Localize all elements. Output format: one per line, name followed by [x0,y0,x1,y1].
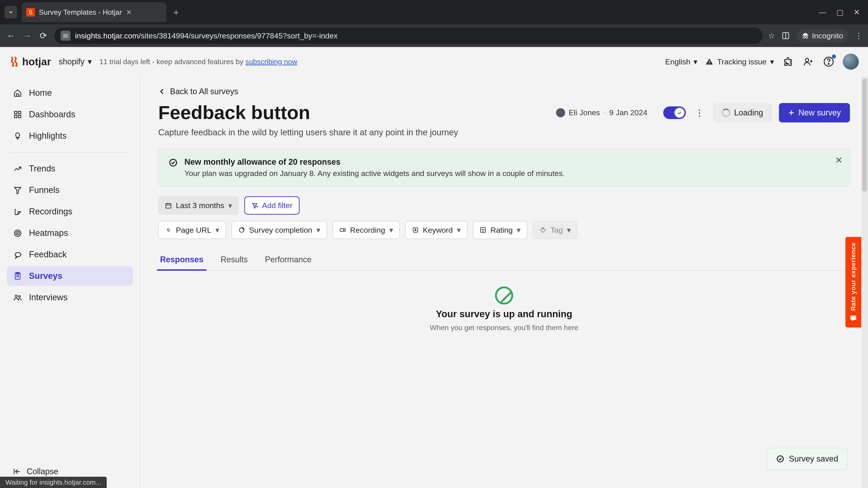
notification-dot-icon [832,55,836,59]
tabs-search-button[interactable] [4,6,17,19]
url-text: insights.hotjar.com/sites/3814994/survey… [75,31,338,40]
svg-point-4 [803,36,805,38]
chevron-down-icon: ▾ [457,225,461,234]
calendar-icon [165,202,172,209]
integrations-icon[interactable] [782,55,794,68]
sidebar-item-home[interactable]: Home [7,83,133,103]
scrollbar-thumb[interactable] [862,78,867,192]
chevron-down-icon [8,9,14,15]
collapse-icon [13,467,21,476]
sidebar-item-surveys[interactable]: Surveys [7,266,133,286]
more-options-icon[interactable]: ⋮ [692,107,706,118]
new-tab-button[interactable]: ＋ [172,6,180,18]
main-content: Back to All surveys Feedback button Eli … [140,76,868,488]
chip-label: Recording [350,226,385,234]
interviews-icon [13,293,23,302]
nav-reload-icon[interactable]: ⟳ [38,31,49,41]
invite-user-icon[interactable] [802,55,815,68]
svg-point-9 [805,58,809,62]
tracking-issue-dropdown[interactable]: Tracking issue ▾ [705,57,774,66]
back-to-all-link[interactable]: Back to All surveys [158,87,850,96]
sidebar-item-highlights[interactable]: Highlights [7,126,133,146]
url-input[interactable]: insights.hotjar.com/sites/3814994/survey… [54,28,763,44]
maximize-icon[interactable]: ▢ [836,8,844,17]
date-range-filter[interactable]: Last 3 months ▾ [158,196,239,215]
tag-icon [539,227,546,233]
svg-rect-14 [17,94,19,96]
scrollbar[interactable] [861,76,868,488]
check-circle-icon [776,455,784,463]
bookmark-star-icon[interactable]: ☆ [768,31,775,40]
browser-tab[interactable]: Survey Templates - Hotjar ✕ [22,2,166,22]
close-tab-icon[interactable]: ✕ [126,8,132,16]
text-icon [412,227,419,233]
browser-status-bar: Waiting for insights.hotjar.com... [0,477,107,488]
sidebar-item-label: Heatmaps [29,228,68,238]
page-subtitle: Capture feedback in the wild by letting … [158,128,850,137]
survey-active-toggle[interactable] [663,106,686,119]
help-icon[interactable] [822,55,835,68]
chip-label: Keyword [423,226,453,234]
close-window-icon[interactable]: ✕ [854,8,860,17]
svg-rect-23 [16,272,19,274]
nav-back-icon[interactable]: ← [5,31,16,41]
tab-results[interactable]: Results [219,250,250,270]
reader-mode-icon[interactable] [782,32,790,40]
site-info-icon[interactable] [61,31,70,41]
site-selector[interactable]: shopify ▾ [59,57,92,66]
sidebar-item-label: Surveys [29,271,62,281]
warning-icon [705,57,714,66]
home-icon [13,89,23,97]
check-circle-icon [168,158,178,167]
chevron-down-icon: ▾ [389,225,393,234]
language-selector[interactable]: English ▾ [665,57,698,66]
svg-rect-7 [709,61,710,63]
sidebar-item-feedback[interactable]: Feedback [7,245,133,264]
app-header: hotjar shopify ▾ 11 trial days left - ke… [0,47,868,76]
filter-chip-tag[interactable]: Tag ▾ [533,221,578,239]
sidebar-item-trends[interactable]: Trends [7,159,133,178]
survey-date: 9 Jan 2024 [610,108,647,117]
minimize-icon[interactable]: — [819,8,827,17]
add-filter-button[interactable]: Add filter [244,196,300,215]
browser-address-bar: ← → ⟳ insights.hotjar.com/sites/3814994/… [0,24,868,47]
sidebar-item-label: Dashboards [29,109,75,119]
sidebar-item-label: Interviews [29,293,68,302]
svg-rect-8 [709,63,710,64]
rate-experience-label: Rate your experience [850,242,857,311]
recordings-icon [13,207,23,216]
sidebar-item-funnels[interactable]: Funnels [7,180,133,200]
hotjar-logo[interactable]: hotjar [9,56,51,68]
incognito-badge[interactable]: Incognito [797,29,848,42]
user-avatar[interactable] [843,54,859,70]
filter-chip-keyword[interactable]: Keyword ▾ [405,221,467,239]
sidebar-item-label: Recordings [29,207,72,217]
author-avatar-icon [556,108,565,117]
sidebar-item-recordings[interactable]: Recordings [7,202,133,221]
chevron-down-icon: ▾ [693,57,698,66]
incognito-icon [802,32,809,39]
filter-chip-completion[interactable]: Survey completion ▾ [231,221,327,239]
survey-saved-toast: Survey saved [767,448,848,470]
filter-chip-rating[interactable]: Rating ▾ [473,221,527,239]
sidebar-item-dashboards[interactable]: Dashboards [7,105,133,124]
tab-performance[interactable]: Performance [263,250,313,270]
banner-close-icon[interactable]: ✕ [835,155,843,165]
chat-icon [849,315,857,322]
site-name: shopify [59,57,85,66]
sidebar-item-interviews[interactable]: Interviews [7,288,133,307]
filter-chip-recording[interactable]: Recording ▾ [333,221,400,239]
subscribe-link[interactable]: subscribing now [246,58,297,66]
new-survey-button[interactable]: New survey [779,103,850,123]
sidebar-item-label: Funnels [29,185,59,195]
loading-label: Loading [734,108,763,118]
window-controls: — ▢ ✕ [819,8,868,17]
rate-experience-tab[interactable]: Rate your experience [845,237,861,327]
svg-rect-48 [850,316,856,320]
svg-point-46 [542,228,544,229]
browser-menu-icon[interactable]: ⋮ [855,31,863,40]
sidebar-item-heatmaps[interactable]: Heatmaps [7,223,133,243]
tab-responses[interactable]: Responses [158,250,205,270]
plus-icon [788,109,795,116]
filter-chip-page-url[interactable]: Page URL ▾ [158,221,226,239]
